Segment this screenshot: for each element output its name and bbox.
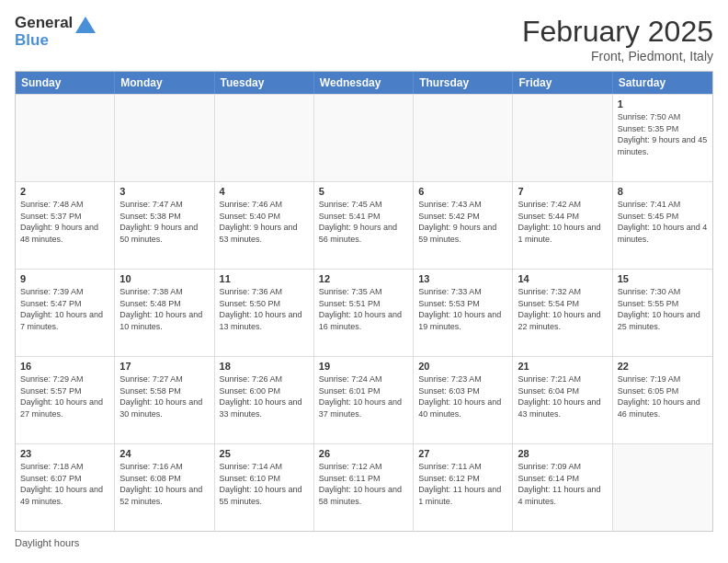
header-day-tuesday: Tuesday (215, 72, 314, 94)
calendar-cell: 22Sunrise: 7:19 AM Sunset: 6:05 PM Dayli… (613, 357, 712, 443)
calendar-row-5: 23Sunrise: 7:18 AM Sunset: 6:07 PM Dayli… (16, 443, 712, 531)
calendar-cell: 12Sunrise: 7:35 AM Sunset: 5:51 PM Dayli… (314, 270, 414, 356)
day-info: Sunrise: 7:36 AM Sunset: 5:50 PM Dayligh… (220, 286, 309, 332)
calendar-cell: 26Sunrise: 7:12 AM Sunset: 6:11 PM Dayli… (314, 444, 414, 531)
day-info: Sunrise: 7:21 AM Sunset: 6:04 PM Dayligh… (518, 373, 607, 419)
day-number: 25 (220, 448, 309, 459)
day-number: 12 (319, 273, 408, 284)
day-info: Sunrise: 7:38 AM Sunset: 5:48 PM Dayligh… (119, 286, 209, 332)
calendar-cell: 7Sunrise: 7:42 AM Sunset: 5:44 PM Daylig… (513, 182, 612, 269)
day-number: 14 (518, 273, 607, 284)
day-info: Sunrise: 7:42 AM Sunset: 5:44 PM Dayligh… (518, 199, 607, 245)
logo-icon (75, 17, 96, 37)
day-info: Sunrise: 7:33 AM Sunset: 5:53 PM Dayligh… (418, 286, 507, 332)
calendar-cell: 3Sunrise: 7:47 AM Sunset: 5:38 PM Daylig… (115, 182, 214, 269)
calendar-cell: 5Sunrise: 7:45 AM Sunset: 5:41 PM Daylig… (314, 182, 414, 269)
calendar-cell: 27Sunrise: 7:11 AM Sunset: 6:12 PM Dayli… (414, 444, 513, 531)
day-info: Sunrise: 7:48 AM Sunset: 5:37 PM Dayligh… (20, 199, 109, 245)
day-number: 17 (119, 361, 209, 372)
calendar-cell: 13Sunrise: 7:33 AM Sunset: 5:53 PM Dayli… (414, 270, 513, 356)
calendar-row-1: 1Sunrise: 7:50 AM Sunset: 5:35 PM Daylig… (16, 94, 712, 181)
day-info: Sunrise: 7:43 AM Sunset: 5:42 PM Dayligh… (418, 199, 507, 245)
day-number: 4 (220, 186, 309, 197)
calendar-row-2: 2Sunrise: 7:48 AM Sunset: 5:37 PM Daylig… (16, 181, 712, 269)
day-info: Sunrise: 7:27 AM Sunset: 5:58 PM Dayligh… (119, 373, 209, 419)
calendar-cell: 19Sunrise: 7:24 AM Sunset: 6:01 PM Dayli… (314, 357, 414, 443)
day-info: Sunrise: 7:12 AM Sunset: 6:11 PM Dayligh… (319, 461, 408, 507)
calendar-cell: 2Sunrise: 7:48 AM Sunset: 5:37 PM Daylig… (16, 182, 115, 269)
day-info: Sunrise: 7:39 AM Sunset: 5:47 PM Dayligh… (20, 286, 109, 332)
day-info: Sunrise: 7:50 AM Sunset: 5:35 PM Dayligh… (618, 111, 708, 157)
header-day-monday: Monday (115, 72, 214, 94)
day-info: Sunrise: 7:41 AM Sunset: 5:45 PM Dayligh… (618, 199, 708, 245)
day-number: 24 (119, 448, 209, 459)
day-number: 13 (418, 273, 507, 284)
calendar-cell: 18Sunrise: 7:26 AM Sunset: 6:00 PM Dayli… (215, 357, 314, 443)
day-info: Sunrise: 7:23 AM Sunset: 6:03 PM Dayligh… (418, 373, 507, 419)
calendar-cell (115, 95, 214, 181)
day-number: 3 (119, 186, 209, 197)
month-title: February 2025 (522, 15, 713, 49)
day-info: Sunrise: 7:19 AM Sunset: 6:05 PM Dayligh… (618, 373, 708, 419)
header-day-thursday: Thursday (414, 72, 513, 94)
day-info: Sunrise: 7:46 AM Sunset: 5:40 PM Dayligh… (220, 199, 309, 245)
day-number: 23 (20, 448, 109, 459)
day-info: Sunrise: 7:35 AM Sunset: 5:51 PM Dayligh… (319, 286, 408, 332)
calendar-cell: 10Sunrise: 7:38 AM Sunset: 5:48 PM Dayli… (115, 270, 214, 356)
day-number: 10 (119, 273, 209, 284)
header-day-wednesday: Wednesday (314, 72, 414, 94)
daylight-label: Daylight hours (15, 537, 79, 548)
calendar-cell: 1Sunrise: 7:50 AM Sunset: 5:35 PM Daylig… (613, 95, 712, 181)
day-number: 7 (518, 186, 607, 197)
day-info: Sunrise: 7:09 AM Sunset: 6:14 PM Dayligh… (518, 461, 607, 507)
header-day-saturday: Saturday (613, 72, 712, 94)
day-number: 16 (20, 361, 109, 372)
calendar: SundayMondayTuesdayWednesdayThursdayFrid… (15, 71, 713, 532)
svg-marker-0 (75, 17, 96, 33)
day-number: 28 (518, 448, 607, 459)
header-day-sunday: Sunday (16, 72, 115, 94)
calendar-cell: 25Sunrise: 7:14 AM Sunset: 6:10 PM Dayli… (215, 444, 314, 531)
day-number: 9 (20, 273, 109, 284)
day-info: Sunrise: 7:14 AM Sunset: 6:10 PM Dayligh… (220, 461, 309, 507)
calendar-header: SundayMondayTuesdayWednesdayThursdayFrid… (16, 72, 712, 94)
calendar-cell: 6Sunrise: 7:43 AM Sunset: 5:42 PM Daylig… (414, 182, 513, 269)
day-number: 5 (319, 186, 408, 197)
calendar-cell (215, 95, 314, 181)
day-info: Sunrise: 7:45 AM Sunset: 5:41 PM Dayligh… (319, 199, 408, 245)
calendar-cell: 24Sunrise: 7:16 AM Sunset: 6:08 PM Dayli… (115, 444, 214, 531)
page: General Blue February 2025 Front, Piedmo… (0, 0, 728, 563)
calendar-cell: 15Sunrise: 7:30 AM Sunset: 5:55 PM Dayli… (613, 270, 712, 356)
calendar-cell (513, 95, 612, 181)
day-number: 21 (518, 361, 607, 372)
calendar-cell (613, 444, 712, 531)
day-number: 20 (418, 361, 507, 372)
title-block: February 2025 Front, Piedmont, Italy (522, 15, 713, 63)
day-info: Sunrise: 7:18 AM Sunset: 6:07 PM Dayligh… (20, 461, 109, 507)
day-info: Sunrise: 7:24 AM Sunset: 6:01 PM Dayligh… (319, 373, 408, 419)
calendar-cell: 20Sunrise: 7:23 AM Sunset: 6:03 PM Dayli… (414, 357, 513, 443)
calendar-cell (414, 95, 513, 181)
calendar-cell: 9Sunrise: 7:39 AM Sunset: 5:47 PM Daylig… (16, 270, 115, 356)
calendar-cell: 28Sunrise: 7:09 AM Sunset: 6:14 PM Dayli… (513, 444, 612, 531)
day-info: Sunrise: 7:11 AM Sunset: 6:12 PM Dayligh… (418, 461, 507, 507)
calendar-cell (16, 95, 115, 181)
day-info: Sunrise: 7:30 AM Sunset: 5:55 PM Dayligh… (618, 286, 708, 332)
day-number: 15 (618, 273, 708, 284)
day-number: 11 (220, 273, 309, 284)
calendar-cell: 23Sunrise: 7:18 AM Sunset: 6:07 PM Dayli… (16, 444, 115, 531)
calendar-cell: 14Sunrise: 7:32 AM Sunset: 5:54 PM Dayli… (513, 270, 612, 356)
calendar-cell: 11Sunrise: 7:36 AM Sunset: 5:50 PM Dayli… (215, 270, 314, 356)
header-day-friday: Friday (513, 72, 612, 94)
day-info: Sunrise: 7:47 AM Sunset: 5:38 PM Dayligh… (119, 199, 209, 245)
calendar-cell: 21Sunrise: 7:21 AM Sunset: 6:04 PM Dayli… (513, 357, 612, 443)
day-number: 18 (220, 361, 309, 372)
header: General Blue February 2025 Front, Piedmo… (15, 15, 713, 63)
logo: General Blue (15, 15, 96, 49)
day-number: 8 (618, 186, 708, 197)
day-number: 27 (418, 448, 507, 459)
day-number: 26 (319, 448, 408, 459)
logo-general: General (15, 15, 73, 32)
day-number: 1 (618, 98, 708, 109)
day-number: 2 (20, 186, 109, 197)
